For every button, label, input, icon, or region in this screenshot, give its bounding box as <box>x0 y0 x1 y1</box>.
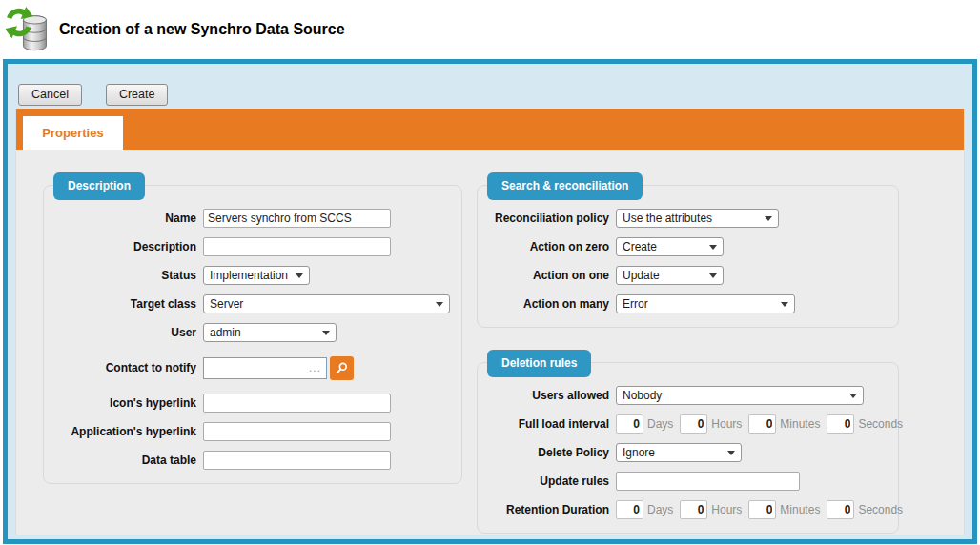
autocomplete-ellipsis: ... <box>309 361 321 374</box>
action-on-zero-label: Action on zero <box>489 240 609 253</box>
action-on-many-row: Action on many Error <box>489 294 887 313</box>
reconciliation-policy-select[interactable]: Use the attributes <box>616 209 779 228</box>
page-header: Creation of a new Synchro Data Source <box>0 0 980 59</box>
user-value: admin <box>210 326 241 339</box>
update-rules-input[interactable] <box>616 472 800 491</box>
name-row: Name <box>55 209 450 228</box>
days-unit-label: Days <box>647 503 673 516</box>
seconds-unit-label: Seconds <box>858 417 903 431</box>
chevron-down-icon <box>709 245 717 250</box>
action-on-many-label: Action on many <box>489 297 609 311</box>
data-table-input[interactable] <box>203 451 391 470</box>
user-row: User admin <box>55 323 450 342</box>
action-on-zero-value: Create <box>623 240 657 253</box>
update-rules-label: Update rules <box>489 474 609 488</box>
chevron-down-icon <box>296 273 303 278</box>
action-on-zero-select[interactable]: Create <box>616 237 724 256</box>
page-title: Creation of a new Synchro Data Source <box>59 21 345 38</box>
seconds-unit-label: Seconds <box>858 503 903 516</box>
target-class-label: Target class <box>55 297 196 311</box>
data-table-label: Data table <box>55 454 196 467</box>
users-allowed-label: Users allowed <box>489 389 609 402</box>
delete-policy-value: Ignore <box>623 446 655 459</box>
users-allowed-select[interactable]: Nobody <box>616 386 864 405</box>
icon-hyperlink-input[interactable] <box>203 394 391 413</box>
users-allowed-row: Users allowed Nobody <box>489 386 887 405</box>
target-class-row: Target class Server <box>55 294 450 313</box>
contact-to-notify-label: Contact to notify <box>55 361 196 374</box>
target-class-select[interactable]: Server <box>203 294 450 313</box>
full-load-hours-input[interactable] <box>680 414 707 434</box>
hours-unit-label: Hours <box>711 417 742 431</box>
deletion-rules-fieldset: Deletion rules Users allowed Nobody Full… <box>477 362 899 534</box>
action-on-one-select[interactable]: Update <box>616 266 724 285</box>
tab-properties[interactable]: Properties <box>23 116 123 150</box>
days-unit-label: Days <box>647 417 673 431</box>
main-panel: Cancel Create Properties Description Nam… <box>3 59 977 544</box>
search-reconciliation-fieldset: Search & reconciliation Reconciliation p… <box>477 185 899 328</box>
chevron-down-icon <box>436 302 443 307</box>
chevron-down-icon <box>849 394 857 398</box>
description-legend: Description <box>53 172 145 200</box>
search-reconciliation-legend: Search & reconciliation <box>487 172 643 200</box>
full-load-minutes-input[interactable] <box>748 414 776 434</box>
description-row: Description <box>55 237 450 256</box>
retention-duration-row: Retention Duration Days Hours Minutes Se… <box>489 500 887 519</box>
application-hyperlink-row: Application's hyperlink <box>55 422 450 441</box>
window: Creation of a new Synchro Data Source Ca… <box>0 0 980 59</box>
user-select[interactable]: admin <box>203 323 337 342</box>
full-load-days-input[interactable] <box>616 414 643 434</box>
contact-to-notify-row: Contact to notify ... <box>55 352 450 384</box>
toolbar: Cancel Create <box>15 64 965 109</box>
status-value: Implementation <box>210 269 288 282</box>
description-label: Description <box>55 240 196 253</box>
action-on-one-label: Action on one <box>489 269 609 282</box>
chevron-down-icon <box>322 331 330 335</box>
form-container: Properties Description Name Description <box>15 109 965 535</box>
delete-policy-label: Delete Policy <box>489 446 609 459</box>
delete-policy-select[interactable]: Ignore <box>616 443 742 462</box>
name-label: Name <box>55 212 196 225</box>
chevron-down-icon <box>727 451 735 455</box>
reconciliation-policy-row: Reconciliation policy Use the attributes <box>489 209 887 228</box>
action-on-many-select[interactable]: Error <box>616 294 795 313</box>
description-fieldset: Description Name Description Status <box>43 185 462 484</box>
description-input[interactable] <box>203 237 391 256</box>
retention-hours-input[interactable] <box>680 500 707 519</box>
cancel-button[interactable]: Cancel <box>18 84 82 106</box>
data-table-row: Data table <box>55 451 450 470</box>
retention-seconds-input[interactable] <box>827 500 854 519</box>
retention-minutes-input[interactable] <box>748 500 776 519</box>
action-on-zero-row: Action on zero Create <box>489 237 887 256</box>
retention-days-input[interactable] <box>616 500 643 519</box>
chevron-down-icon <box>709 273 717 278</box>
status-label: Status <box>55 269 196 282</box>
create-button[interactable]: Create <box>106 84 169 106</box>
full-load-seconds-input[interactable] <box>827 414 854 434</box>
left-column: Description Name Description Status <box>43 185 462 484</box>
full-load-interval-label: Full load interval <box>489 417 609 431</box>
action-on-one-row: Action on one Update <box>489 266 887 285</box>
tab-bar: Properties <box>16 109 964 150</box>
contact-to-notify-input[interactable]: ... <box>203 357 327 379</box>
users-allowed-value: Nobody <box>623 389 662 402</box>
contact-search-button[interactable] <box>330 356 354 380</box>
icon-hyperlink-row: Icon's hyperlink <box>55 394 450 413</box>
name-input[interactable] <box>203 209 391 228</box>
application-hyperlink-label: Application's hyperlink <box>55 425 196 438</box>
update-rules-row: Update rules <box>489 472 887 491</box>
target-class-value: Server <box>210 297 243 311</box>
user-label: User <box>55 326 196 339</box>
tab-content: Description Name Description Status <box>16 150 964 535</box>
minutes-unit-label: Minutes <box>780 417 820 431</box>
application-hyperlink-input[interactable] <box>203 422 391 441</box>
status-select[interactable]: Implementation <box>203 266 310 285</box>
reconciliation-policy-label: Reconciliation policy <box>489 212 609 225</box>
right-column: Search & reconciliation Reconciliation p… <box>477 185 899 534</box>
search-icon <box>335 361 349 375</box>
action-on-one-value: Update <box>623 269 660 282</box>
reconciliation-policy-value: Use the attributes <box>623 212 712 225</box>
synchro-datasource-logo <box>6 6 51 53</box>
deletion-rules-legend: Deletion rules <box>487 350 591 377</box>
minutes-unit-label: Minutes <box>780 503 820 516</box>
